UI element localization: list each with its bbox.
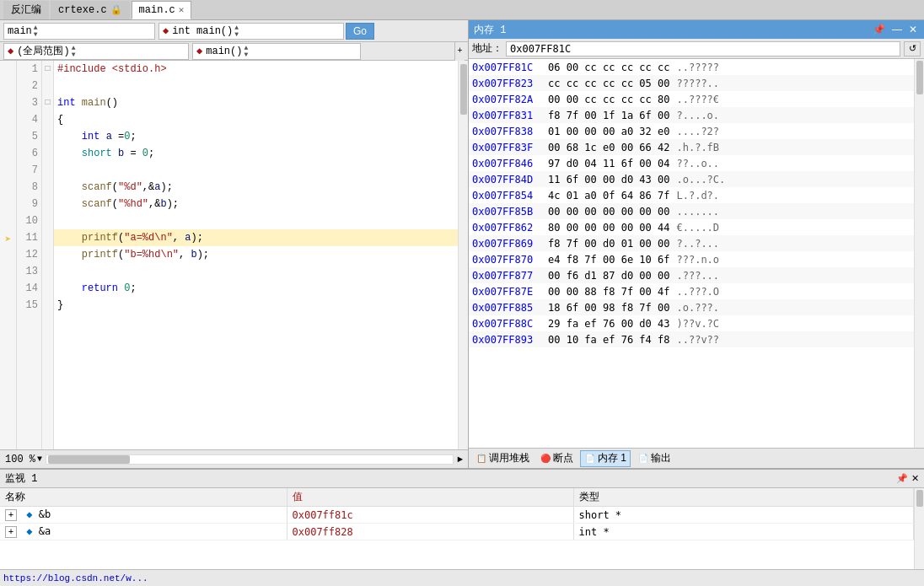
mem-addr-5: 0x007FF83F — [469, 139, 545, 155]
code-lines[interactable]: #include <stdio.h> int main() { int a =0… — [54, 61, 458, 449]
memory-scroll-thumb[interactable] — [916, 61, 923, 94]
line-num-5: 5 — [17, 128, 38, 145]
collapse-11 — [42, 229, 53, 246]
memory-row-10: 0x007FF862 80 00 00 00 00 00 44 €.....D — [469, 219, 914, 235]
go-button[interactable]: Go — [346, 23, 374, 40]
memory-row-14: 0x007FF87E 00 00 88 f8 7f 00 4f ..???.O — [469, 283, 914, 299]
code-line-5: int a =0; — [54, 128, 458, 145]
memory-addr-label: 地址： — [472, 41, 502, 56]
func-dropdown[interactable]: ◆ int main() ▲ ▼ — [158, 23, 344, 40]
memory-row-8: 0x007FF854 4c 01 a0 0f 64 86 7f L.?.d?. — [469, 187, 914, 203]
output-btn[interactable]: 📄 输出 — [634, 450, 674, 467]
code-line-12: printf("b=%hd\n", b); — [54, 246, 458, 263]
indicator-12 — [0, 248, 16, 265]
watch-table-wrapper[interactable]: 名称 值 类型 + ◆ &b 0x007ff81c short * + ◆ &a… — [0, 488, 914, 569]
watch-expand-icon-0[interactable]: + — [5, 509, 17, 521]
memory-row-17: 0x007FF893 00 10 fa ef 76 f4 f8 ..??v?? — [469, 331, 914, 347]
memory-close-btn[interactable]: ✕ — [907, 24, 919, 35]
line-num-11: 11 — [17, 229, 38, 246]
collapse-3[interactable]: □ — [42, 94, 53, 111]
tab-main-close-icon[interactable]: ✕ — [179, 4, 185, 15]
collapse-8 — [42, 179, 53, 196]
watch-close-btn[interactable]: ✕ — [911, 473, 919, 484]
memory-table-wrapper[interactable]: 0x007FF81C 06 00 cc cc cc cc cc ..????? … — [469, 59, 914, 448]
mem-chars-6: ??..o.. — [674, 155, 915, 171]
memory-row-0: 0x007FF81C 06 00 cc cc cc cc cc ..????? — [469, 59, 914, 75]
mem-bytes-12: e4 f8 7f 00 6e 10 6f — [545, 251, 674, 267]
main-func-arrow[interactable]: ▲ ▼ — [244, 45, 248, 58]
add-watch-icon[interactable]: + — [454, 42, 465, 61]
gs-arrow-down: ▼ — [72, 51, 76, 58]
memory-row-13: 0x007FF877 00 f6 d1 87 d0 00 00 .???... — [469, 267, 914, 283]
memory-row-3: 0x007FF831 f8 7f 00 1f 1a 6f 00 ?....o. — [469, 107, 914, 123]
indicator-6 — [0, 147, 16, 164]
global-scope-dropdown[interactable]: ◆ (全局范围) ▲ ▼ — [3, 43, 189, 60]
memory-addr-input[interactable] — [506, 41, 900, 56]
main-func-label: main() — [206, 46, 242, 57]
line-num-6: 6 — [17, 145, 38, 162]
breakpoint-btn[interactable]: 🔴 断点 — [536, 450, 577, 467]
line-num-7: 7 — [17, 162, 38, 179]
collapse-indicators: □ □ — [42, 61, 54, 449]
indicator-3 — [0, 96, 16, 113]
collapse-12 — [42, 246, 53, 263]
global-scope-label: (全局范围) — [17, 44, 69, 58]
memory-refresh-btn[interactable]: ↺ — [904, 41, 921, 56]
memory-minimize-btn[interactable]: — — [890, 24, 904, 35]
func-arrow[interactable]: ▲ ▼ — [234, 24, 239, 38]
tab-main[interactable]: main.c ✕ — [132, 1, 192, 19]
code-line-1: #include <stdio.h> — [54, 61, 458, 78]
mem-bytes-4: 01 00 00 00 a0 32 e0 — [545, 123, 674, 139]
memory-panel: 内存 1 📌 — ✕ 地址： ↺ 0x007FF81C 06 00 cc cc … — [469, 20, 924, 468]
global-scope-arrow[interactable]: ▲ ▼ — [72, 45, 76, 58]
editor-scrollbar[interactable] — [458, 61, 468, 449]
breakpoint-label: 断点 — [553, 451, 573, 465]
mem-chars-13: .???... — [674, 267, 915, 283]
line-num-15: 15 — [17, 297, 38, 314]
main-func-dropdown[interactable]: ◆ main() ▲ ▼ — [192, 43, 361, 60]
code-line-14: return 0; — [54, 280, 458, 297]
editor-hscroll-thumb[interactable] — [48, 455, 129, 464]
watch-header-row: 名称 值 类型 — [0, 488, 914, 507]
mem-addr-11: 0x007FF869 — [469, 235, 545, 251]
watch-type-1: int * — [573, 524, 914, 540]
tab-disassembly-label: 反汇编 — [11, 3, 41, 17]
watch-value-1: 0x007ff828 — [287, 524, 573, 540]
mem-chars-1: ?????.. — [674, 75, 915, 91]
scope-dropdown[interactable]: main ▲ ▼ — [3, 23, 155, 40]
func-label: int main() — [172, 25, 233, 37]
memory-footer: 📋 调用堆栈 🔴 断点 📄 内存 1 📄 输出 — [469, 448, 924, 468]
memory-tab-label: 内存 1 — [598, 451, 626, 465]
watch-expand-icon-1[interactable]: + — [5, 526, 17, 538]
code-line-9: scanf("%hd",&b); — [54, 196, 458, 212]
mem-bytes-2: 00 00 cc cc cc cc 80 — [545, 91, 674, 107]
scope-arrow[interactable]: ▲ ▼ — [34, 24, 38, 38]
watch-name-0: + ◆ &b — [0, 507, 287, 524]
zoom-dropdown-btn[interactable]: ▼ — [37, 454, 42, 464]
mem-addr-3: 0x007FF831 — [469, 107, 545, 123]
watch-footer-link[interactable]: https://blog.csdn.net/w... — [3, 573, 148, 583]
memory-addr-bar: 地址： ↺ — [469, 39, 924, 59]
call-stack-btn[interactable]: 📋 调用堆栈 — [472, 450, 533, 467]
editor-scroll-thumb[interactable] — [460, 64, 467, 115]
mem-chars-10: €.....D — [674, 219, 915, 235]
watch-footer: https://blog.csdn.net/w... — [0, 569, 924, 586]
memory-pin-icon[interactable]: 📌 — [871, 24, 887, 35]
watch-pin-btn[interactable]: 📌 — [896, 473, 908, 484]
mem-bytes-17: 00 10 fa ef 76 f4 f8 — [545, 331, 674, 347]
memory-title-bar: 内存 1 📌 — ✕ — [469, 20, 924, 39]
editor-scroll-right-btn[interactable]: ► — [457, 454, 463, 465]
memory-row-2: 0x007FF82A 00 00 cc cc cc cc 80 ..????€ — [469, 91, 914, 107]
collapse-1[interactable]: □ — [42, 61, 53, 78]
watch-scrollbar[interactable] — [914, 488, 924, 569]
memory-scrollbar[interactable] — [914, 59, 924, 448]
editor-hscrollbar[interactable] — [46, 454, 454, 465]
tab-disassembly[interactable]: 反汇编 — [3, 1, 49, 19]
memory-tab-btn[interactable]: 📄 内存 1 — [580, 450, 631, 467]
line-num-2: 2 — [17, 78, 38, 94]
tab-crtexe[interactable]: crtexe.c 🔒 — [51, 1, 130, 19]
editor-panel: main ▲ ▼ ◆ int main() ▲ ▼ Go ◆ (全局范围) — [0, 20, 469, 468]
tab-main-label: main.c — [139, 4, 175, 16]
mem-chars-4: ....?2? — [674, 123, 915, 139]
watch-scroll-thumb[interactable] — [916, 490, 923, 507]
